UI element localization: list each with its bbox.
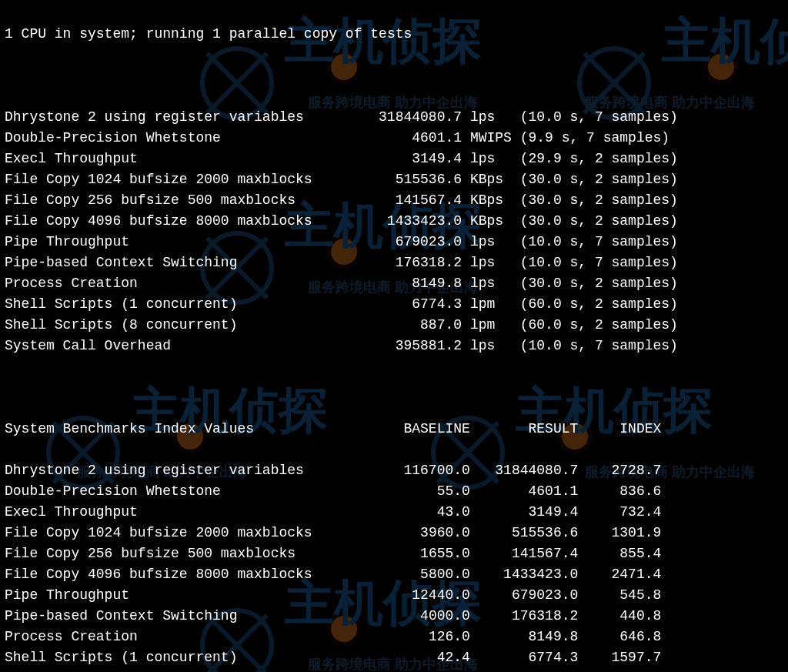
index-row: Double-Precision Whetstone55.04601.1836.… [5, 481, 783, 502]
benchmark-timing: (30.0 s, 2 samples) [520, 273, 720, 294]
index-name: File Copy 256 bufsize 500 maxblocks [5, 543, 362, 564]
benchmark-value: 679023.0 [362, 232, 462, 252]
index-name: Execl Throughput [5, 502, 362, 523]
index-baseline: 6.0 [362, 668, 469, 672]
benchmark-name: File Copy 256 bufsize 500 maxblocks [5, 190, 362, 211]
index-name: Pipe Throughput [5, 585, 362, 606]
benchmark-timing: (9.9 s, 7 samples) [520, 128, 720, 149]
benchmark-name: Process Creation [5, 273, 362, 294]
index-row: Execl Throughput43.03149.4732.4 [5, 502, 783, 523]
benchmark-timing: (10.0 s, 7 samples) [520, 107, 720, 128]
benchmark-unit: KBps [470, 211, 520, 232]
benchmark-name: Double-Precision Whetstone [5, 128, 362, 149]
benchmark-unit: lps [470, 336, 520, 356]
benchmark-results-block: Dhrystone 2 using register variables3184… [5, 107, 783, 356]
benchmark-name: Shell Scripts (1 concurrent) [5, 294, 362, 315]
benchmark-timing: (10.0 s, 7 samples) [520, 232, 720, 252]
benchmark-value: 515536.6 [362, 169, 462, 190]
benchmark-value: 887.0 [362, 315, 462, 336]
index-baseline: 43.0 [362, 502, 469, 523]
header-line: 1 CPU in system; running 1 parallel copy… [5, 24, 783, 45]
benchmark-name: Shell Scripts (8 concurrent) [5, 315, 362, 336]
index-title: System Benchmarks Index Values [5, 419, 362, 440]
index-baseline: 3960.0 [362, 523, 469, 543]
benchmark-value: 6774.3 [362, 294, 462, 315]
index-name: Dhrystone 2 using register variables [5, 460, 362, 481]
index-result: 887.0 [470, 668, 578, 672]
index-row: Pipe-based Context Switching4000.0176318… [5, 606, 783, 627]
index-baseline: 126.0 [362, 627, 469, 647]
benchmark-row: System Call Overhead395881.2 lps(10.0 s,… [5, 336, 783, 356]
benchmark-unit: MWIPS [470, 128, 520, 149]
index-result: 176318.2 [470, 606, 578, 627]
benchmark-unit: lpm [470, 315, 520, 336]
index-baseline: 42.4 [362, 647, 469, 668]
benchmark-timing: (30.0 s, 2 samples) [520, 190, 720, 211]
benchmark-name: File Copy 1024 bufsize 2000 maxblocks [5, 169, 362, 190]
index-row: Dhrystone 2 using register variables1167… [5, 460, 783, 481]
index-row: File Copy 256 bufsize 500 maxblocks1655.… [5, 543, 783, 564]
benchmark-row: File Copy 4096 bufsize 8000 maxblocks143… [5, 211, 783, 232]
benchmark-name: Pipe Throughput [5, 232, 362, 252]
benchmark-row: Dhrystone 2 using register variables3184… [5, 107, 783, 128]
index-index: 836.6 [578, 481, 661, 502]
index-col-result: RESULT [470, 419, 578, 440]
benchmark-timing: (10.0 s, 7 samples) [520, 336, 720, 356]
benchmark-value: 141567.4 [362, 190, 462, 211]
index-name: File Copy 1024 bufsize 2000 maxblocks [5, 523, 362, 543]
index-result: 31844080.7 [470, 460, 578, 481]
benchmark-unit: KBps [470, 169, 520, 190]
index-col-baseline: BASELINE [362, 419, 469, 440]
index-index: 1478.3 [578, 668, 661, 672]
benchmark-unit: lps [470, 149, 520, 169]
index-baseline: 4000.0 [362, 606, 469, 627]
index-index: 646.8 [578, 627, 661, 647]
benchmark-value: 395881.2 [362, 336, 462, 356]
benchmark-value: 31844080.7 [362, 107, 462, 128]
blank-line [5, 377, 783, 398]
index-result: 4601.1 [470, 481, 578, 502]
index-baseline: 55.0 [362, 481, 469, 502]
benchmark-name: File Copy 4096 bufsize 8000 maxblocks [5, 211, 362, 232]
index-header-row: System Benchmarks Index ValuesBASELINERE… [5, 419, 783, 440]
benchmark-unit: KBps [470, 190, 520, 211]
benchmark-row: Shell Scripts (8 concurrent)887.0 lpm(60… [5, 315, 783, 336]
benchmark-row: File Copy 256 bufsize 500 maxblocks14156… [5, 190, 783, 211]
benchmark-value: 176318.2 [362, 252, 462, 273]
index-row: File Copy 1024 bufsize 2000 maxblocks396… [5, 523, 783, 543]
benchmark-timing: (60.0 s, 2 samples) [520, 294, 720, 315]
benchmark-row: Pipe-based Context Switching176318.2 lps… [5, 252, 783, 273]
index-values-block: Dhrystone 2 using register variables1167… [5, 460, 783, 672]
index-result: 3149.4 [470, 502, 578, 523]
index-index: 2471.4 [578, 564, 661, 585]
benchmark-timing: (10.0 s, 7 samples) [520, 252, 720, 273]
index-result: 679023.0 [470, 585, 578, 606]
benchmark-row: Double-Precision Whetstone4601.1 MWIPS(9… [5, 128, 783, 149]
index-row: Pipe Throughput12440.0679023.0545.8 [5, 585, 783, 606]
benchmark-value: 3149.4 [362, 149, 462, 169]
index-index: 440.8 [578, 606, 661, 627]
benchmark-value: 4601.1 [362, 128, 462, 149]
index-index: 2728.7 [578, 460, 661, 481]
index-row: File Copy 4096 bufsize 8000 maxblocks580… [5, 564, 783, 585]
benchmark-timing: (30.0 s, 2 samples) [520, 211, 720, 232]
benchmark-unit: lps [470, 252, 520, 273]
index-row: Process Creation126.08149.8646.8 [5, 627, 783, 647]
index-baseline: 116700.0 [362, 460, 469, 481]
benchmark-unit: lps [470, 232, 520, 252]
index-index: 545.8 [578, 585, 661, 606]
index-baseline: 12440.0 [362, 585, 469, 606]
benchmark-timing: (29.9 s, 2 samples) [520, 149, 720, 169]
index-name: Shell Scripts (8 concurrent) [5, 668, 362, 672]
benchmark-name: Pipe-based Context Switching [5, 252, 362, 273]
index-result: 515536.6 [470, 523, 578, 543]
benchmark-row: Process Creation8149.8 lps(30.0 s, 2 sam… [5, 273, 783, 294]
benchmark-unit: lps [470, 273, 520, 294]
benchmark-value: 1433423.0 [362, 211, 462, 232]
index-col-index: INDEX [578, 419, 661, 440]
index-index: 1597.7 [578, 647, 661, 668]
index-name: Shell Scripts (1 concurrent) [5, 647, 362, 668]
index-baseline: 5800.0 [362, 564, 469, 585]
index-result: 8149.8 [470, 627, 578, 647]
index-name: Double-Precision Whetstone [5, 481, 362, 502]
